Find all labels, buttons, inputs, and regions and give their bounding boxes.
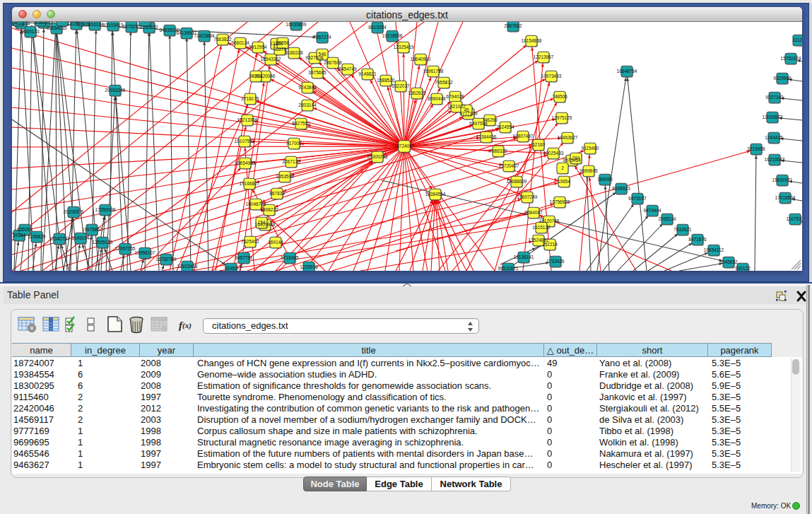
svg-text:748506: 748506 (552, 94, 567, 99)
svg-text:15136141: 15136141 (514, 255, 534, 259)
svg-text:10807487: 10807487 (513, 134, 534, 139)
svg-text:21364436: 21364436 (476, 134, 497, 139)
svg-text:92450: 92450 (225, 266, 237, 271)
svg-text:7986322: 7986322 (489, 148, 507, 153)
svg-text:11123: 11123 (792, 37, 802, 42)
svg-text:6475255: 6475255 (122, 24, 141, 29)
svg-text:9716485: 9716485 (281, 255, 299, 260)
svg-text:28809570: 28809570 (73, 22, 94, 23)
svg-text:7625402: 7625402 (241, 239, 259, 244)
svg-text:9600133: 9600133 (21, 29, 40, 34)
svg-text:7663822: 7663822 (213, 37, 232, 42)
svg-text:6479197: 6479197 (628, 196, 647, 201)
svg-text:1167533: 1167533 (787, 216, 802, 221)
svg-text:20206576: 20206576 (64, 209, 84, 214)
svg-text:10973493: 10973493 (541, 74, 562, 78)
svg-text:10654112: 10654112 (704, 247, 724, 252)
svg-text:10463627: 10463627 (558, 135, 578, 140)
svg-text:3875685: 3875685 (308, 70, 326, 75)
svg-text:16543362: 16543362 (261, 57, 281, 62)
svg-text:17359938: 17359938 (95, 207, 116, 212)
svg-text:1615132: 1615132 (532, 225, 551, 230)
svg-text:12213967: 12213967 (534, 54, 554, 59)
svg-text:86058: 86058 (276, 40, 289, 45)
svg-text:18724007: 18724007 (394, 144, 415, 148)
svg-text:12093873: 12093873 (763, 115, 783, 119)
svg-text:93103413: 93103413 (103, 23, 124, 28)
svg-text:19384554: 19384554 (425, 192, 446, 197)
svg-text:546: 546 (319, 52, 326, 57)
svg-text:5322037: 5322037 (392, 83, 410, 88)
svg-text:16648784: 16648784 (617, 69, 637, 74)
svg-text:51462704: 51462704 (30, 22, 51, 23)
svg-text:12923468: 12923468 (177, 264, 198, 269)
svg-text:19654: 19654 (558, 179, 570, 184)
svg-text:97848018: 97848018 (12, 22, 28, 23)
svg-text:3624554: 3624554 (496, 124, 514, 129)
svg-text:2887682: 2887682 (504, 23, 522, 28)
svg-text:169144: 169144 (268, 240, 283, 245)
svg-text:9115460: 9115460 (582, 146, 599, 151)
svg-text:154: 154 (258, 220, 266, 225)
svg-text:3215958: 3215958 (747, 146, 765, 151)
svg-text:8938923: 8938923 (612, 186, 630, 191)
svg-text:20053346: 20053346 (105, 88, 126, 93)
svg-text:9699695: 9699695 (579, 168, 598, 173)
svg-text:12342737: 12342737 (49, 236, 70, 241)
svg-text:9227343: 9227343 (765, 95, 784, 100)
svg-text:16154838: 16154838 (522, 38, 542, 43)
svg-text:7816184: 7816184 (86, 22, 104, 27)
svg-text:16961758: 16961758 (423, 69, 444, 74)
svg-text:1226916: 1226916 (300, 264, 318, 269)
svg-text:12505135: 12505135 (93, 240, 113, 245)
svg-text:2867608: 2867608 (324, 60, 342, 65)
svg-text:2718176: 2718176 (241, 96, 259, 101)
svg-text:1145194: 1145194 (72, 235, 90, 240)
svg-text:867833: 867833 (269, 191, 285, 196)
svg-text:16210643: 16210643 (765, 157, 785, 162)
svg-text:16046788: 16046788 (246, 201, 266, 206)
svg-text:15692971: 15692971 (772, 177, 793, 182)
svg-text:930122: 930122 (735, 266, 751, 271)
svg-text:6794028: 6794028 (446, 94, 464, 99)
svg-text:2935114: 2935114 (659, 216, 676, 221)
svg-text:1498222: 1498222 (260, 207, 278, 212)
svg-text:7955812: 7955812 (435, 80, 453, 85)
svg-text:1362615: 1362615 (408, 90, 426, 95)
svg-text:5430391: 5430391 (136, 22, 154, 23)
svg-text:16640910: 16640910 (411, 57, 431, 62)
svg-text:8427552: 8427552 (292, 121, 310, 126)
svg-text:12325419: 12325419 (394, 45, 414, 49)
svg-text:8912954: 8912954 (249, 45, 267, 49)
svg-text:8471676: 8471676 (688, 237, 707, 242)
svg-text:19654983: 19654983 (235, 160, 256, 165)
svg-text:39154: 39154 (13, 233, 25, 238)
svg-text:2: 2 (561, 165, 564, 170)
svg-text:1353594: 1353594 (276, 174, 294, 179)
svg-text:3267130: 3267130 (282, 159, 300, 164)
svg-text:10958107: 10958107 (135, 250, 155, 255)
svg-text:16107552: 16107552 (235, 139, 255, 144)
svg-text:9245652: 9245652 (719, 259, 738, 264)
svg-text:8813054: 8813054 (368, 25, 387, 30)
svg-text:62160: 62160 (532, 142, 545, 147)
svg-text:9242848: 9242848 (298, 85, 317, 90)
svg-text:2803144: 2803144 (298, 103, 317, 107)
svg-text:8454749: 8454749 (339, 66, 357, 71)
svg-text:9146821: 9146821 (358, 71, 377, 76)
svg-text:12213369: 12213369 (237, 117, 258, 122)
svg-text:19166827: 19166827 (240, 181, 260, 186)
svg-text:1588520: 1588520 (377, 78, 395, 83)
svg-text:1244415: 1244415 (765, 135, 783, 140)
svg-text:8186328: 8186328 (285, 50, 303, 55)
svg-text:15751074: 15751074 (781, 56, 801, 61)
svg-text:7632621: 7632621 (673, 227, 692, 232)
svg-text:18607249: 18607249 (517, 194, 538, 199)
svg-text:9084067: 9084067 (524, 210, 543, 215)
svg-text:72423884: 72423884 (194, 33, 215, 38)
svg-text:02654235: 02654235 (47, 25, 67, 30)
svg-text:19975867: 19975867 (82, 227, 102, 232)
svg-text:252214: 252214 (542, 242, 558, 247)
svg-text:16782759: 16782759 (156, 257, 177, 262)
svg-text:45: 45 (464, 107, 469, 112)
